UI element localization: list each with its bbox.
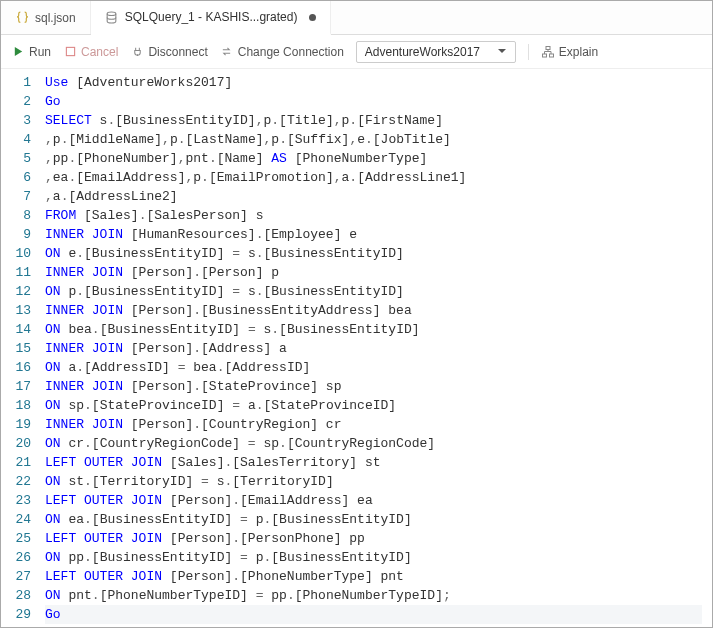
code-token: [Person]	[162, 493, 232, 508]
code-body[interactable]: Use [AdventureWorks2017]GoSELECT s.[Busi…	[45, 73, 712, 627]
code-line[interactable]: Go	[45, 92, 702, 111]
code-token: [JobTitle]	[373, 132, 451, 147]
code-token: .	[279, 436, 287, 451]
toolbar-divider	[528, 44, 529, 60]
play-icon	[11, 45, 25, 59]
code-token: p	[61, 284, 77, 299]
code-token: pp	[53, 151, 69, 166]
code-line[interactable]: LEFT OUTER JOIN [Person].[EmailAddress] …	[45, 491, 702, 510]
change-connection-button[interactable]: Change Connection	[220, 45, 344, 59]
code-token: .	[256, 284, 264, 299]
code-token: .	[92, 322, 100, 337]
code-token: s	[92, 113, 108, 128]
code-line[interactable]: LEFT OUTER JOIN [Person].[PersonPhone] p…	[45, 529, 702, 548]
code-line[interactable]: INNER JOIN [Person].[CountryRegion] cr	[45, 415, 702, 434]
code-token: .	[178, 132, 186, 147]
run-button[interactable]: Run	[11, 45, 51, 59]
connection-value: AdventureWorks2017	[365, 45, 480, 59]
line-number: 25	[11, 529, 31, 548]
db-icon	[105, 10, 119, 24]
code-token: [FirstName]	[357, 113, 443, 128]
code-token: ON	[45, 474, 61, 489]
code-token: [BusinessEntityID]	[264, 284, 404, 299]
code-line[interactable]: ON a.[AddressID] = bea.[AddressID]	[45, 358, 702, 377]
code-token: sp	[256, 436, 279, 451]
code-line[interactable]: ON st.[TerritoryID] = s.[TerritoryID]	[45, 472, 702, 491]
code-line[interactable]: ,ea.[EmailAddress],p.[EmailPromotion],a.…	[45, 168, 702, 187]
code-line[interactable]: ON cr.[CountryRegionCode] = sp.[CountryR…	[45, 434, 702, 453]
code-line[interactable]: FROM [Sales].[SalesPerson] s	[45, 206, 702, 225]
code-token: INNER JOIN	[45, 379, 123, 394]
code-token: [AdventureWorks2017]	[68, 75, 232, 90]
code-line[interactable]: INNER JOIN [Person].[StateProvince] sp	[45, 377, 702, 396]
tab[interactable]: sql.json	[1, 1, 91, 34]
code-line[interactable]: Go	[45, 605, 702, 624]
code-token: [TerritoryID]	[92, 474, 201, 489]
disconnect-label: Disconnect	[148, 45, 207, 59]
line-number: 8	[11, 206, 31, 225]
swap-icon	[220, 45, 234, 59]
code-line[interactable]: ON bea.[BusinessEntityID] = s.[BusinessE…	[45, 320, 702, 339]
code-line[interactable]: LEFT OUTER JOIN [Sales].[SalesTerritory]…	[45, 453, 702, 472]
code-token: .	[232, 569, 240, 584]
code-token: [BusinessEntityID]	[115, 113, 255, 128]
code-token: LEFT OUTER JOIN	[45, 455, 162, 470]
code-token: [PhoneNumberType]	[287, 151, 427, 166]
code-line[interactable]: Use [AdventureWorks2017]	[45, 73, 702, 92]
code-token: ,	[45, 151, 53, 166]
code-token: bea	[61, 322, 92, 337]
code-line[interactable]: INNER JOIN [Person].[Person] p	[45, 263, 702, 282]
code-token: [BusinessEntityID]	[100, 322, 248, 337]
code-line[interactable]: ,pp.[PhoneNumber],pnt.[Name] AS [PhoneNu…	[45, 149, 702, 168]
code-token: [AddressID]	[225, 360, 311, 375]
disconnect-button[interactable]: Disconnect	[130, 45, 207, 59]
code-token: .	[256, 246, 264, 261]
code-line[interactable]: ON p.[BusinessEntityID] = s.[BusinessEnt…	[45, 282, 702, 301]
cancel-button[interactable]: Cancel	[63, 45, 118, 59]
code-token: [BusinessEntityID]	[271, 550, 411, 565]
code-token: [AddressLine1]	[357, 170, 466, 185]
line-number: 9	[11, 225, 31, 244]
code-line[interactable]: LEFT OUTER JOIN [Person].[PhoneNumberTyp…	[45, 567, 702, 586]
code-line[interactable]: ,p.[MiddleName],p.[LastName],p.[Suffix],…	[45, 130, 702, 149]
code-editor[interactable]: 1234567891011121314151617181920212223242…	[1, 69, 712, 627]
code-line[interactable]: ON sp.[StateProvinceID] = a.[StateProvin…	[45, 396, 702, 415]
code-token: [Title]	[279, 113, 334, 128]
code-token: LEFT OUTER JOIN	[45, 531, 162, 546]
code-token: p	[271, 132, 279, 147]
code-token: ea	[61, 512, 84, 527]
code-token: [Person]	[162, 569, 232, 584]
code-line[interactable]: ON e.[BusinessEntityID] = s.[BusinessEnt…	[45, 244, 702, 263]
explain-button[interactable]: Explain	[541, 45, 598, 59]
code-token: INNER JOIN	[45, 227, 123, 242]
code-line[interactable]: ON ea.[BusinessEntityID] = p.[BusinessEn…	[45, 510, 702, 529]
code-token: .	[84, 550, 92, 565]
code-token: [TerritoryID]	[232, 474, 333, 489]
code-token: [PhoneNumberType] pnt	[240, 569, 404, 584]
line-number: 3	[11, 111, 31, 130]
code-line[interactable]: ON pnt.[PhoneNumberTypeID] = pp.[PhoneNu…	[45, 586, 702, 605]
line-number: 10	[11, 244, 31, 263]
braces-icon	[15, 11, 29, 25]
connection-select[interactable]: AdventureWorks2017	[356, 41, 516, 63]
tab-label: SQLQuery_1 - KASHIS...grated)	[125, 10, 298, 24]
code-token: ON	[45, 246, 61, 261]
code-token: INNER JOIN	[45, 341, 123, 356]
code-token: .	[365, 132, 373, 147]
code-token: [Sales]	[162, 455, 224, 470]
query-toolbar: Run Cancel Disconnect Change Connection …	[1, 35, 712, 69]
code-token: [BusinessEntityID]	[271, 512, 411, 527]
tab-active[interactable]: SQLQuery_1 - KASHIS...grated)	[91, 1, 332, 35]
code-line[interactable]: INNER JOIN [Person].[Address] a	[45, 339, 702, 358]
code-token: .	[217, 360, 225, 375]
code-line[interactable]: ,a.[AddressLine2]	[45, 187, 702, 206]
code-token: .	[193, 379, 201, 394]
code-line[interactable]: INNER JOIN [Person].[BusinessEntityAddre…	[45, 301, 702, 320]
code-token: .	[256, 398, 264, 413]
code-line[interactable]: SELECT s.[BusinessEntityID],p.[Title],p.…	[45, 111, 702, 130]
code-line[interactable]: ON pp.[BusinessEntityID] = p.[BusinessEn…	[45, 548, 702, 567]
code-line[interactable]: INNER JOIN [HumanResources].[Employee] e	[45, 225, 702, 244]
code-token: [BusinessEntityID]	[92, 550, 240, 565]
code-token: [AddressID]	[84, 360, 178, 375]
code-token: ON	[45, 550, 61, 565]
